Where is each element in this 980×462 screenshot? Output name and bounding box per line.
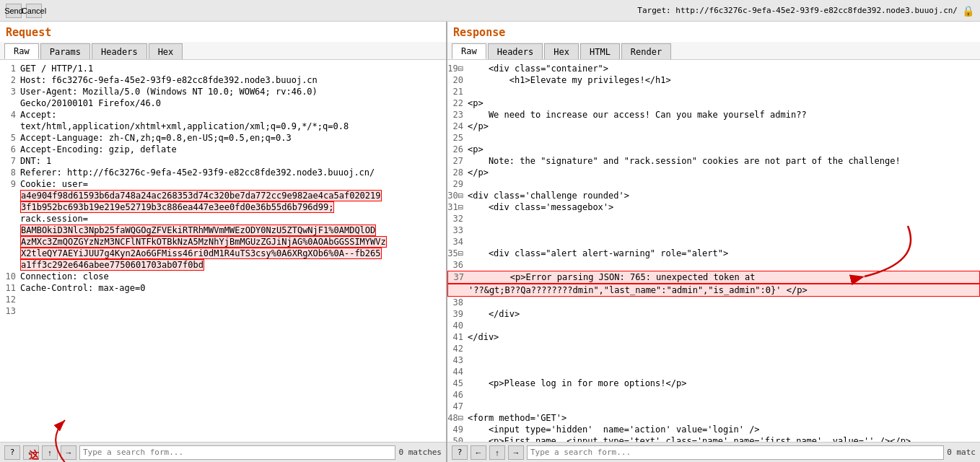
line-text: Accept:	[20, 109, 446, 121]
request-search-input[interactable]	[79, 445, 395, 460]
response-line-number: 50	[447, 435, 468, 442]
response-line-text	[468, 366, 980, 378]
line-text: DNT: 1	[20, 155, 446, 167]
line-number	[0, 97, 20, 109]
response-line: 22<p>	[447, 97, 980, 109]
response-line-number: 23	[447, 109, 468, 121]
lock-icon: 🔒	[962, 5, 974, 17]
response-line-text	[468, 213, 980, 225]
next-match-button[interactable]: →	[61, 445, 76, 460]
response-line: 25	[447, 132, 980, 144]
response-line-text: <form method='GET'>	[468, 412, 980, 424]
line-number: 9	[0, 178, 20, 190]
target-label: Target: http://f6c3276c-9efa-45e2-93f9-e…	[637, 6, 958, 15]
response-line-number: 29	[447, 178, 468, 190]
response-line-text	[468, 86, 980, 97]
request-panel: Request RawParamsHeadersHex 1GET / HTTP/…	[0, 22, 447, 462]
request-line: 4Accept:	[0, 109, 446, 121]
request-line: BAMBOkiD3Nlc3Npb25faWQGOgZFVEkiRTRhMWVmM…	[0, 225, 446, 236]
response-line: '??&gt;B??Qa????????dmin","last_name":"a…	[447, 284, 980, 297]
response-line-text	[468, 401, 980, 412]
request-matches: 0 matches	[398, 448, 442, 457]
response-search-input[interactable]	[527, 445, 944, 460]
response-line-text: </div>	[468, 308, 980, 320]
response-line: 44	[447, 366, 980, 378]
response-line-text: <p>	[468, 97, 980, 109]
response-line-text: <div class='challenge rounded'>	[468, 190, 980, 201]
response-line-text: <input type='hidden' name='action' value…	[468, 424, 980, 435]
response-line-number: 32	[447, 213, 468, 225]
response-line-text: <div class='messagebox'>	[468, 201, 980, 213]
line-number: 3	[0, 86, 20, 97]
line-number	[0, 201, 20, 213]
response-tab-render[interactable]: Render	[621, 43, 671, 59]
response-line-number: 49	[447, 424, 468, 435]
response-line-number: 37	[448, 271, 468, 283]
tab-hex[interactable]: Hex	[149, 43, 183, 59]
request-line: 3User-Agent: Mozilla/5.0 (Windows NT 10.…	[0, 86, 446, 97]
request-line: 11Cache-Control: max-age=0	[0, 282, 446, 294]
response-question-icon[interactable]: ?	[452, 445, 468, 460]
question-icon[interactable]: ?	[4, 445, 20, 460]
response-line-number: 28	[447, 167, 468, 178]
request-line: 10Connection: close	[0, 271, 446, 282]
response-line: 28</p>	[447, 167, 980, 178]
response-line-text	[468, 389, 980, 401]
response-line: 19⊟ <div class="container">	[447, 63, 980, 74]
response-line: 29	[447, 178, 980, 190]
response-line-number: 43	[447, 354, 468, 366]
response-line-number: 33	[447, 225, 468, 236]
line-text: text/html,application/xhtml+xml,applicat…	[20, 121, 446, 132]
response-line-text: </p>	[468, 167, 980, 178]
response-line-number: 24	[447, 121, 468, 132]
response-line-number: 35⊟	[447, 248, 468, 259]
request-line: a1ff3c292e646abee7750601703ab07f0bd	[0, 259, 446, 271]
response-line-number: 47	[447, 401, 468, 412]
line-text: User-Agent: Mozilla/5.0 (Windows NT 10.0…	[20, 86, 446, 97]
response-next-button[interactable]: →	[508, 445, 524, 460]
response-line: 23 We need to increase our access! Can y…	[447, 109, 980, 121]
response-line-number: 30⊟	[447, 190, 468, 201]
response-tab-headers[interactable]: Headers	[488, 43, 543, 59]
cancel-button[interactable]: Cancel	[26, 4, 42, 18]
line-text: Accept-Language: zh-CN,zh;q=0.8,en-US;q=…	[20, 132, 446, 144]
response-tab-hex[interactable]: Hex	[544, 43, 579, 59]
response-line-number: 40	[447, 320, 468, 331]
response-tab-html[interactable]: HTML	[580, 43, 620, 59]
response-line-number: 48⊟	[447, 412, 468, 424]
line-text	[20, 294, 446, 305]
request-code-area: 1GET / HTTP/1.12Host: f6c3276c-9efa-45e2…	[0, 60, 446, 442]
response-line-text	[468, 236, 980, 248]
request-line: rack.session=	[0, 213, 446, 225]
response-code-area: 19⊟ <div class="container">20 <h1>Elevat…	[447, 60, 980, 442]
request-line: 2Host: f6c3276c-9efa-45e2-93f9-e82cc8fde…	[0, 74, 446, 86]
response-line-text	[468, 354, 980, 366]
line-text: Gecko/20100101 Firefox/46.0	[20, 97, 446, 109]
response-tab-raw[interactable]: Raw	[452, 43, 486, 59]
up-match-button[interactable]: ↑	[42, 445, 58, 460]
send-button[interactable]: Send	[6, 4, 22, 18]
response-up-button[interactable]: ↑	[489, 445, 505, 460]
tab-headers[interactable]: Headers	[92, 43, 147, 59]
response-line: 43	[447, 354, 980, 366]
line-number	[0, 236, 20, 248]
line-text: Host: f6c3276c-9efa-45e2-93f9-e82cc8fde3…	[20, 74, 446, 86]
toolbar: Send Cancel Target: http://f6c3276c-9efa…	[0, 0, 980, 22]
line-number	[0, 225, 20, 236]
line-number	[0, 248, 20, 259]
response-line: 37 <p>Error parsing JSON: 765: unexpecte…	[447, 271, 980, 284]
line-number: 12	[0, 294, 20, 305]
response-line-text	[468, 297, 980, 308]
request-line: 5Accept-Language: zh-CN,zh;q=0.8,en-US;q…	[0, 132, 446, 144]
response-prev-button[interactable]: ←	[471, 445, 486, 460]
response-line-text: <p>	[468, 144, 980, 155]
tab-raw[interactable]: Raw	[4, 43, 39, 59]
line-number	[0, 213, 20, 225]
line-text: X2tleQY7AEYiJUU7g4Kyn2Ao6GFMiss46ri0dM1R…	[20, 248, 446, 259]
tab-params[interactable]: Params	[40, 43, 90, 59]
request-line: 9Cookie: user=	[0, 178, 446, 190]
response-line: 33	[447, 225, 980, 236]
response-line: 26<p>	[447, 144, 980, 155]
prev-match-button[interactable]: ←	[23, 445, 39, 460]
response-line-number: 46	[447, 389, 468, 401]
